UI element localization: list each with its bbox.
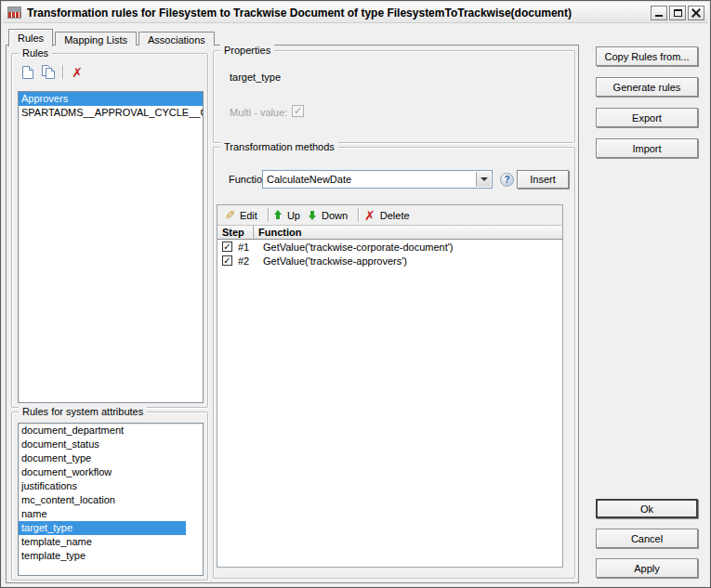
new-page-icon (21, 65, 34, 80)
insert-button-label: Insert (530, 174, 556, 185)
step-enabled-checkbox[interactable]: ✓ (222, 242, 232, 252)
steps-table-header: Step Function (217, 226, 562, 240)
export-button[interactable]: Export (596, 108, 698, 127)
move-up-button[interactable]: Up (272, 210, 307, 221)
step-enabled-checkbox[interactable]: ✓ (222, 255, 232, 266)
tab-rules[interactable]: Rules (8, 29, 53, 46)
rules-list[interactable]: Approvers SPARTADMS__APPROVAL_CYCLE__C (18, 91, 204, 403)
properties-groupbox: Properties target_type Multi - value: ✓ (213, 50, 575, 143)
tab-mapping-lists[interactable]: Mapping Lists (55, 32, 137, 46)
list-item[interactable]: template_name (19, 535, 203, 549)
multi-value-checkbox: ✓ (292, 105, 304, 117)
down-arrow-icon (309, 210, 317, 220)
dropdown-arrow-button[interactable] (476, 172, 491, 187)
list-item[interactable]: document_status (19, 438, 203, 451)
list-item[interactable]: document_type (19, 451, 203, 465)
tab-associations[interactable]: Associations (138, 32, 215, 46)
list-item[interactable]: Approvers (19, 92, 203, 106)
list-item[interactable]: name (19, 507, 203, 521)
list-item[interactable]: justifications (19, 479, 203, 493)
delete-step-label: Delete (380, 210, 410, 221)
list-item[interactable]: SPARTADMS__APPROVAL_CYCLE__C (19, 106, 203, 120)
list-item[interactable]: mc_content_location (19, 493, 203, 507)
column-header-step[interactable]: Step (217, 226, 254, 239)
system-attributes-groupbox: Rules for system attributes document_dep… (11, 412, 208, 581)
step-function: GetValue('trackwise-approvers') (263, 255, 407, 267)
properties-groupbox-label: Properties (220, 44, 274, 57)
list-item[interactable]: document_department (19, 424, 203, 438)
table-row[interactable]: ✓ #2 GetValue('trackwise-approvers') (217, 254, 562, 268)
close-button[interactable] (688, 6, 704, 20)
step-number: #1 (238, 242, 257, 253)
tab-strip: Rules Mapping Lists Associations (8, 29, 217, 46)
apply-button[interactable]: Apply (596, 558, 698, 578)
toolbar-separator (268, 208, 269, 222)
rules-groupbox: Rules ✗ (11, 53, 208, 408)
move-up-label: Up (287, 210, 300, 221)
rules-tab-panel: Rules ✗ (6, 45, 579, 583)
close-icon (691, 8, 701, 18)
window-title: Transformation rules for Filesystem to T… (27, 7, 572, 20)
delete-step-button[interactable]: ✗ Delete (362, 209, 416, 222)
import-button[interactable]: Import (596, 138, 698, 158)
up-arrow-icon (274, 210, 283, 220)
rules-toolbar: ✗ (18, 63, 87, 81)
step-function: GetValue('trackwise-corporate-document') (263, 242, 454, 253)
system-attributes-groupbox-label: Rules for system attributes (19, 405, 147, 418)
edit-step-label: Edit (240, 210, 257, 221)
ok-button[interactable]: Ok (596, 499, 698, 518)
copy-rules-from-button[interactable]: Copy Rules from... (596, 46, 698, 66)
list-item[interactable]: target_type (19, 521, 186, 535)
step-number: #2 (238, 255, 257, 267)
multi-value-label: Multi - value: (230, 107, 287, 118)
generate-rules-button[interactable]: Generate rules (596, 77, 698, 97)
delete-rule-button[interactable]: ✗ (67, 63, 87, 81)
insert-button[interactable]: Insert (517, 170, 569, 189)
dialog-window: Transformation rules for Filesystem to T… (0, 0, 711, 588)
title-bar[interactable]: Transformation rules for Filesystem to T… (3, 3, 708, 23)
minimize-button[interactable] (651, 6, 667, 20)
function-dropdown[interactable]: CalculateNewDate (262, 170, 493, 189)
delete-icon: ✗ (364, 209, 375, 222)
toolbar-separator (62, 65, 63, 79)
transformation-methods-groupbox: Transformation methods Function: Calcula… (213, 147, 575, 579)
maximize-button[interactable] (669, 6, 686, 20)
copy-page-icon (41, 64, 56, 80)
move-down-label: Down (322, 210, 348, 221)
minimize-icon (655, 15, 663, 17)
app-icon (7, 7, 21, 19)
maximize-icon (674, 9, 682, 17)
pencil-icon: ✎ (225, 209, 235, 221)
rules-groupbox-label: Rules (19, 46, 52, 59)
delete-icon: ✗ (72, 66, 83, 79)
copy-rule-button[interactable] (38, 63, 59, 81)
new-rule-button[interactable] (18, 63, 38, 81)
system-attributes-list[interactable]: document_department document_status docu… (18, 423, 204, 576)
cancel-button[interactable]: Cancel (596, 529, 698, 548)
function-dropdown-value: CalculateNewDate (267, 174, 351, 185)
move-down-button[interactable]: Down (307, 210, 354, 221)
steps-panel: ✎ Edit Up Down ✗ Delete (217, 204, 563, 568)
help-icon[interactable]: ? (500, 173, 514, 187)
steps-toolbar: ✎ Edit Up Down ✗ Delete (217, 205, 562, 226)
table-row[interactable]: ✓ #1 GetValue('trackwise-corporate-docum… (217, 240, 562, 254)
column-header-function[interactable]: Function (254, 226, 562, 239)
transformation-methods-groupbox-label: Transformation methods (220, 140, 338, 153)
edit-step-button[interactable]: ✎ Edit (223, 209, 264, 221)
toolbar-separator (358, 208, 359, 222)
chevron-down-icon (481, 177, 488, 181)
list-item[interactable]: template_type (19, 549, 203, 563)
property-attribute-name: target_type (230, 72, 281, 83)
list-item[interactable]: document_workflow (19, 465, 203, 479)
